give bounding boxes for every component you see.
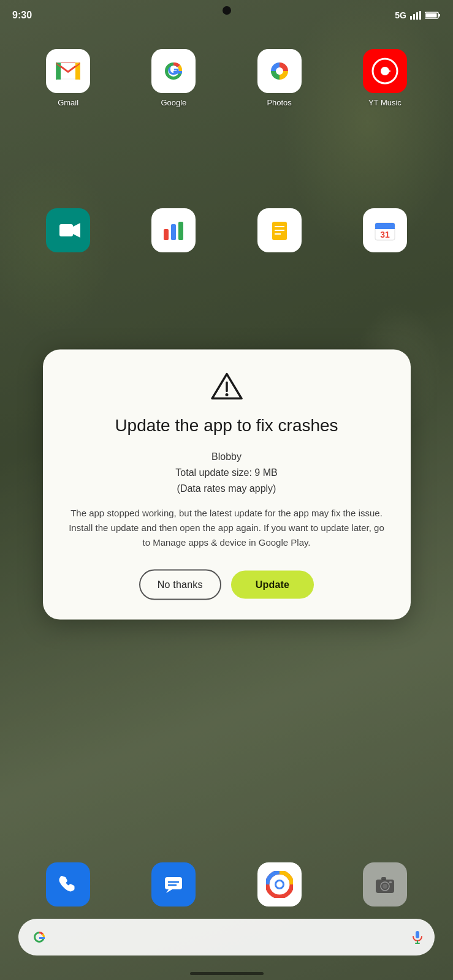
svg-rect-6 [426,13,437,18]
svg-rect-1 [413,14,415,20]
dialog-body-text: The app stopped working, but the latest … [63,506,391,550]
status-time: 9:30 [12,10,32,21]
app-google-label: Google [161,98,186,107]
home-indicator [190,972,264,975]
status-bar: 9:30 5G [0,0,453,31]
svg-rect-3 [419,11,421,20]
svg-rect-34 [165,877,182,889]
update-size: Total update size: 9 MB [175,465,277,481]
app-google[interactable]: G Google [124,49,223,107]
svg-point-41 [276,881,283,888]
status-right-icons: 5G [395,10,441,20]
svg-rect-24 [171,224,176,240]
svg-marker-35 [166,889,172,893]
app-gmail[interactable]: Gmail [18,49,118,107]
svg-rect-0 [410,16,412,20]
app-phone[interactable] [18,862,118,907]
mic-icon[interactable] [410,930,425,944]
svg-text:31: 31 [380,230,390,239]
network-type: 5G [395,10,406,20]
app-keep[interactable] [230,208,329,257]
app-messages[interactable] [124,862,223,907]
svg-rect-25 [178,222,183,240]
app-grid-row2: 31 [0,208,453,257]
app-dock [0,862,453,907]
search-bar[interactable] [18,919,435,956]
app-datally[interactable] [124,208,223,257]
svg-rect-2 [416,12,418,20]
signal-icon [410,11,421,20]
svg-point-15 [276,67,283,75]
svg-rect-5 [438,14,440,17]
app-chrome[interactable] [230,862,329,907]
dialog-app-info: Blobby Total update size: 9 MB (Data rat… [175,449,277,496]
app-gmail-label: Gmail [58,98,78,107]
svg-rect-21 [59,224,73,236]
app-camera[interactable] [335,862,435,907]
app-name: Blobby [175,449,277,465]
google-search-icon [31,929,48,946]
app-photos-label: Photos [267,98,291,107]
no-thanks-button[interactable]: No thanks [139,570,221,600]
app-meet[interactable] [18,208,118,257]
update-dialog: Update the app to fix crashes Blobby Tot… [43,350,411,620]
data-rates: (Data rates may apply) [175,480,277,496]
battery-icon [425,11,441,20]
svg-point-52 [225,393,228,396]
dialog-buttons: No thanks Update [139,570,314,600]
warning-icon [211,372,243,405]
svg-rect-45 [381,877,386,880]
svg-rect-47 [416,931,419,938]
app-photos[interactable]: Photos [230,49,329,107]
app-ytmusic[interactable]: YT Music [335,49,435,107]
app-grid-row1: Gmail G Google [0,37,453,119]
camera-cutout [223,6,231,15]
update-button[interactable]: Update [231,571,314,599]
app-calendar[interactable]: 31 [335,208,435,257]
dialog-title: Update the app to fix crashes [115,415,338,437]
svg-rect-32 [375,228,395,229]
svg-point-44 [383,884,387,889]
svg-rect-46 [389,881,392,883]
svg-rect-23 [164,229,169,240]
app-ytmusic-label: YT Music [368,98,402,107]
